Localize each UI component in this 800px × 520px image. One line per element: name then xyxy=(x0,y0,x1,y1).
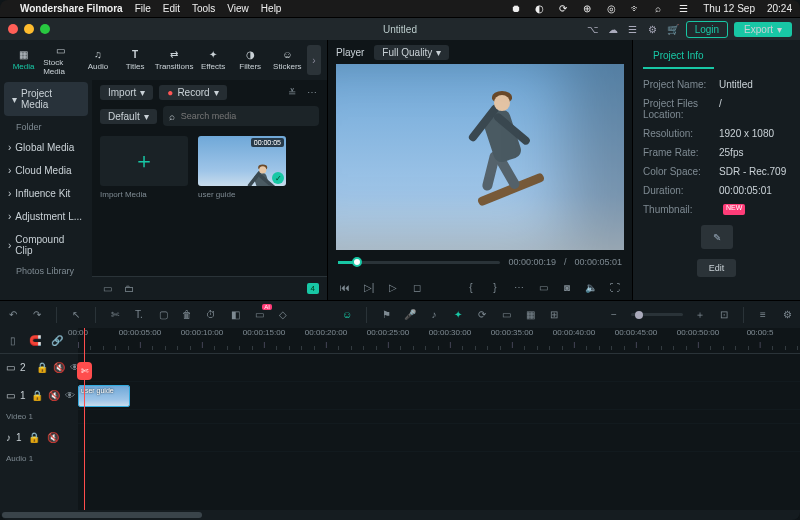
search-field[interactable] xyxy=(179,110,313,122)
menu-file[interactable]: File xyxy=(135,3,151,14)
scrub-knob[interactable] xyxy=(352,257,362,267)
mark-in-icon[interactable]: { xyxy=(464,280,478,294)
playhead[interactable]: ✄ xyxy=(84,328,85,510)
search-input[interactable]: ⌕ xyxy=(163,106,319,126)
sidebar-item-folder[interactable]: Folder xyxy=(0,118,92,136)
timeline-view-icon[interactable]: ▯ xyxy=(6,334,20,348)
sidebar-item-global-media[interactable]: ›Global Media xyxy=(0,136,92,159)
folder-icon[interactable]: 🗀 xyxy=(122,282,136,296)
menubar-app[interactable]: Wondershare Filmora xyxy=(20,3,123,14)
sidebar-item-influence-kit[interactable]: ›Influence Kit xyxy=(0,182,92,205)
track-head-v1[interactable]: ▭1🔒🔇👁 xyxy=(0,382,78,410)
tab-audio[interactable]: ♫Audio xyxy=(80,47,115,73)
status-icon[interactable]: ⊕ xyxy=(583,3,595,15)
text-icon[interactable]: T. xyxy=(132,308,146,322)
delete-icon[interactable]: 🗑 xyxy=(180,308,194,322)
timeline-lanes[interactable]: user guide ✄ xyxy=(78,354,800,510)
stop-icon[interactable]: ◻ xyxy=(410,280,424,294)
link-icon[interactable]: 🔗 xyxy=(50,334,64,348)
tab-stickers[interactable]: ☺Stickers xyxy=(270,47,305,73)
record-dropdown[interactable]: ●Record ▾ xyxy=(159,85,226,100)
go-start-icon[interactable]: ⏮ xyxy=(338,280,352,294)
lane-v1[interactable]: user guide xyxy=(78,382,800,410)
time-ruler[interactable]: 00:0000:00:05:0000:00:10:0000:00:15:0000… xyxy=(78,328,800,353)
magnet-icon[interactable]: 🧲 xyxy=(28,334,42,348)
status-icon[interactable]: ⟳ xyxy=(559,3,571,15)
lock-icon[interactable]: 🔒 xyxy=(31,389,43,403)
lane-v2[interactable] xyxy=(78,354,800,382)
video-viewport[interactable] xyxy=(336,64,624,250)
crop-icon[interactable]: ▢ xyxy=(156,308,170,322)
menu-help[interactable]: Help xyxy=(261,3,282,14)
grid-icon[interactable]: ▦ xyxy=(523,308,537,322)
fit-icon[interactable]: ⊡ xyxy=(717,308,731,322)
sidebar-item-adjustment[interactable]: ›Adjustment L... xyxy=(0,205,92,228)
redo-icon[interactable]: ↷ xyxy=(30,308,44,322)
tab-filters[interactable]: ◑Filters xyxy=(233,47,268,73)
undo-icon[interactable]: ↶ xyxy=(6,308,20,322)
list-icon[interactable]: ≡ xyxy=(756,308,770,322)
lock-icon[interactable]: 🔒 xyxy=(27,431,41,445)
scrub-bar[interactable] xyxy=(338,261,500,264)
menubar-date[interactable]: Thu 12 Sep xyxy=(703,3,755,14)
fullscreen-icon[interactable]: ⛶ xyxy=(608,280,622,294)
smart-icon[interactable]: ✦ xyxy=(451,308,465,322)
tab-transitions[interactable]: ⇄Transitions xyxy=(155,47,194,73)
search-icon[interactable]: ⌕ xyxy=(655,3,667,15)
mute-icon[interactable]: 🔇 xyxy=(53,361,65,375)
lock-icon[interactable]: 🔒 xyxy=(36,361,48,375)
keyframe-icon[interactable]: ◇ xyxy=(276,308,290,322)
import-media-tile[interactable]: ＋ Import Media xyxy=(100,136,188,199)
mixer-icon[interactable]: ♪ xyxy=(427,308,441,322)
sidebar-item-project-media[interactable]: ▾Project Media xyxy=(4,82,88,116)
mute-icon[interactable]: 🔇 xyxy=(46,431,60,445)
sidebar-item-photos-library[interactable]: Photos Library xyxy=(0,262,92,280)
menubar-time[interactable]: 20:24 xyxy=(767,3,792,14)
track-head-a1[interactable]: ♪1🔒🔇 xyxy=(0,424,78,452)
snapshot-icon[interactable]: ◙ xyxy=(560,280,574,294)
sidebar-item-compound-clip[interactable]: ›Compound Clip xyxy=(0,228,92,262)
new-folder-icon[interactable]: ▭ xyxy=(100,282,114,296)
quality-dropdown[interactable]: Full Quality ▾ xyxy=(374,45,449,60)
menu-tools[interactable]: Tools xyxy=(192,3,215,14)
compare-icon[interactable]: ▭ xyxy=(536,280,550,294)
collapse-panel-button[interactable]: › xyxy=(307,45,321,75)
mic-icon[interactable]: 🎤 xyxy=(403,308,417,322)
media-item[interactable]: 00:00:05 ✓ user guide xyxy=(198,136,286,199)
tab-stock-media[interactable]: ▭Stock Media xyxy=(43,43,78,78)
expand-icon[interactable]: ⊞ xyxy=(547,308,561,322)
lane-a1[interactable] xyxy=(78,424,800,452)
menu-icon[interactable]: ⋯ xyxy=(305,85,319,99)
menu-view[interactable]: View xyxy=(227,3,249,14)
timeline-clip[interactable]: user guide xyxy=(78,385,130,407)
settings-icon[interactable]: ⚙ xyxy=(780,308,794,322)
mark-out-icon[interactable]: } xyxy=(488,280,502,294)
ai-icon[interactable]: ▭AI xyxy=(252,308,266,322)
status-icon[interactable]: ◐ xyxy=(535,3,547,15)
import-dropdown[interactable]: Import ▾ xyxy=(100,85,153,100)
wifi-icon[interactable]: ᯤ xyxy=(631,3,643,15)
track-head-v2[interactable]: ▭2🔒🔇👁 xyxy=(0,354,78,382)
eye-icon[interactable]: 👁 xyxy=(65,389,75,403)
thumbnail-button[interactable]: ✎ xyxy=(701,225,733,249)
playhead-handle[interactable]: ✄ xyxy=(77,362,92,380)
filter-icon[interactable]: ≚ xyxy=(285,85,299,99)
render-icon[interactable]: ⟳ xyxy=(475,308,489,322)
color-icon[interactable]: ◧ xyxy=(228,308,242,322)
cursor-icon[interactable]: ↖ xyxy=(69,308,83,322)
tab-titles[interactable]: TTitles xyxy=(117,47,152,73)
menu-edit[interactable]: Edit xyxy=(163,3,180,14)
sidebar-item-cloud-media[interactable]: ›Cloud Media xyxy=(0,159,92,182)
step-back-icon[interactable]: ▷| xyxy=(362,280,376,294)
play-icon[interactable]: ▷ xyxy=(386,280,400,294)
speed-icon[interactable]: ⏱ xyxy=(204,308,218,322)
status-icon[interactable]: ⏺ xyxy=(511,3,523,15)
timeline-scrollbar[interactable] xyxy=(0,510,800,520)
volume-icon[interactable]: 🔈 xyxy=(584,280,598,294)
cut-icon[interactable]: ✄ xyxy=(108,308,122,322)
control-center-icon[interactable]: ☰ xyxy=(679,3,691,15)
options-icon[interactable]: ⋯ xyxy=(512,280,526,294)
tab-effects[interactable]: ✦Effects xyxy=(195,47,230,73)
zoom-slider[interactable] xyxy=(631,313,683,316)
smile-icon[interactable]: ☺ xyxy=(340,308,354,322)
